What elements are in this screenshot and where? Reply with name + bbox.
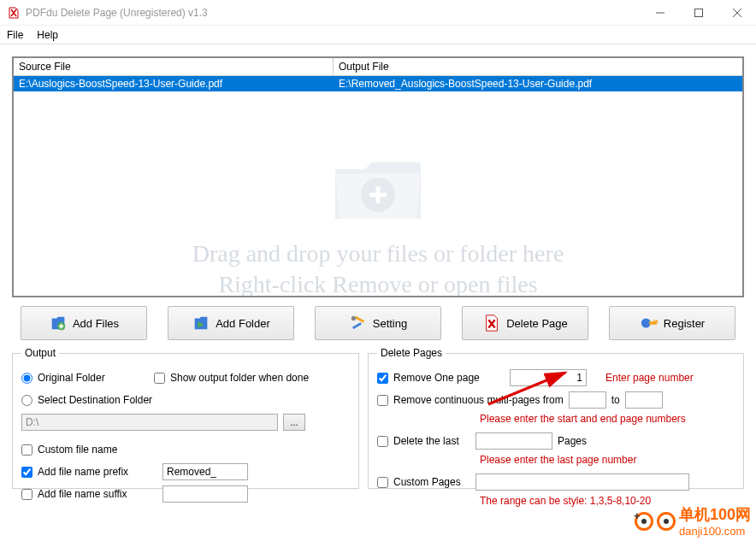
custom-name-checkbox[interactable] xyxy=(21,444,32,456)
dest-path-input xyxy=(21,414,278,431)
add-folder-label: Add Folder xyxy=(216,317,270,330)
custom-pages-label: Custom Pages xyxy=(393,476,470,488)
add-files-label: Add Files xyxy=(73,317,119,330)
show-output-checkbox[interactable] xyxy=(154,373,165,384)
setting-label: Setting xyxy=(373,317,407,330)
brand-name: 单机100网 xyxy=(679,504,751,525)
register-icon xyxy=(640,314,659,332)
svg-rect-16 xyxy=(656,320,658,322)
brand-icon xyxy=(635,512,653,531)
select-dest-radio[interactable] xyxy=(21,395,32,406)
suffix-checkbox[interactable] xyxy=(21,489,32,500)
svg-rect-10 xyxy=(352,322,362,329)
file-list-panel[interactable]: Source File Output File E:\Auslogics-Boo… xyxy=(12,56,744,297)
delete-pages-group: Delete Pages Remove One page Enter page … xyxy=(368,347,744,489)
delete-page-button[interactable]: Delete Page xyxy=(462,306,588,340)
remove-multi-label: Remove continuous multi-pages from xyxy=(393,394,564,406)
delete-last-input[interactable] xyxy=(475,432,552,450)
select-dest-label: Select Destination Folder xyxy=(38,394,152,406)
setting-button[interactable]: Setting xyxy=(315,306,441,340)
svg-point-12 xyxy=(351,316,357,321)
hint-multi: Please enter the start and end page numb… xyxy=(480,413,686,425)
svg-rect-14 xyxy=(649,321,657,325)
add-folder-icon xyxy=(192,314,210,332)
original-folder-radio[interactable] xyxy=(21,373,32,384)
svg-point-4 xyxy=(361,178,395,212)
register-button[interactable]: Register xyxy=(609,306,735,340)
cell-output: E:\Removed_Auslogics-BoostSpeed-13-User-… xyxy=(334,76,742,91)
output-group: Output Original Folder Show output folde… xyxy=(12,347,359,489)
suffix-input[interactable] xyxy=(162,485,248,503)
register-label: Register xyxy=(664,317,705,330)
cell-source: E:\Auslogics-BoostSpeed-13-User-Guide.pd… xyxy=(14,76,334,91)
delete-last-checkbox[interactable] xyxy=(377,436,388,447)
output-legend: Output xyxy=(21,347,59,359)
hint-custom: The range can be style: 1,3,5-8,10-20 xyxy=(480,495,651,507)
remove-one-input[interactable] xyxy=(510,369,587,386)
drop-hint-line2: Right-click Remove or open files xyxy=(14,271,742,297)
hint-last: Please enter the last page number xyxy=(480,454,636,466)
suffix-label: Add file name suffix xyxy=(38,488,157,500)
remove-one-label: Remove One page xyxy=(393,372,505,384)
folder-plus-icon xyxy=(327,144,429,229)
browse-button[interactable]: ... xyxy=(283,414,305,431)
original-folder-label: Original Folder xyxy=(38,372,149,384)
maximize-button[interactable] xyxy=(679,0,718,26)
pages-word: Pages xyxy=(558,435,587,447)
prefix-checkbox[interactable] xyxy=(21,467,32,478)
setting-icon xyxy=(349,314,368,332)
drop-hint-line1: Drag and drop your files or folder here xyxy=(14,240,742,268)
delete-page-label: Delete Page xyxy=(506,317,568,330)
delete-page-icon xyxy=(482,314,501,332)
toolbar: Add Files Add Folder Setting Delete Page… xyxy=(12,306,744,340)
multi-to-input[interactable] xyxy=(625,391,663,409)
title-bar: PDFdu Delete Page (Unregistered) v1.3 xyxy=(0,0,756,26)
to-label: to xyxy=(611,394,620,406)
col-source[interactable]: Source File xyxy=(14,58,334,75)
delete-last-label: Delete the last xyxy=(393,435,470,447)
file-list-header: Source File Output File xyxy=(14,58,742,76)
svg-rect-1 xyxy=(694,9,702,16)
show-output-label: Show output folder when done xyxy=(170,372,309,384)
brand-watermark: 单机100网 danji100.com xyxy=(635,504,751,538)
remove-one-checkbox[interactable] xyxy=(377,373,388,384)
multi-from-input[interactable] xyxy=(569,391,606,409)
close-button[interactable] xyxy=(718,0,756,26)
add-files-icon xyxy=(49,314,68,332)
custom-name-label: Custom file name xyxy=(38,444,157,456)
table-row[interactable]: E:\Auslogics-BoostSpeed-13-User-Guide.pd… xyxy=(14,76,742,91)
app-icon xyxy=(7,6,21,20)
col-output[interactable]: Output File xyxy=(334,58,742,75)
brand-icon xyxy=(657,512,676,531)
delete-legend: Delete Pages xyxy=(377,347,446,359)
window-title: PDFdu Delete Page (Unregistered) v1.3 xyxy=(26,7,641,19)
add-folder-button[interactable]: Add Folder xyxy=(168,306,294,340)
drop-hint: Drag and drop your files or folder here … xyxy=(14,144,742,297)
menu-file[interactable]: File xyxy=(7,29,23,41)
remove-multi-checkbox[interactable] xyxy=(377,395,388,406)
prefix-label: Add file name prefix xyxy=(38,466,157,478)
svg-rect-15 xyxy=(653,320,655,322)
minimize-button[interactable] xyxy=(641,0,679,26)
menu-help[interactable]: Help xyxy=(37,29,58,41)
hint-one: Enter page number xyxy=(605,372,694,384)
custom-pages-checkbox[interactable] xyxy=(377,477,388,488)
svg-rect-11 xyxy=(355,316,364,323)
prefix-input[interactable] xyxy=(162,463,248,480)
menu-bar: File Help xyxy=(0,26,756,44)
brand-url: danji100.com xyxy=(679,525,751,538)
custom-pages-input[interactable] xyxy=(475,473,689,491)
add-files-button[interactable]: Add Files xyxy=(21,306,147,340)
